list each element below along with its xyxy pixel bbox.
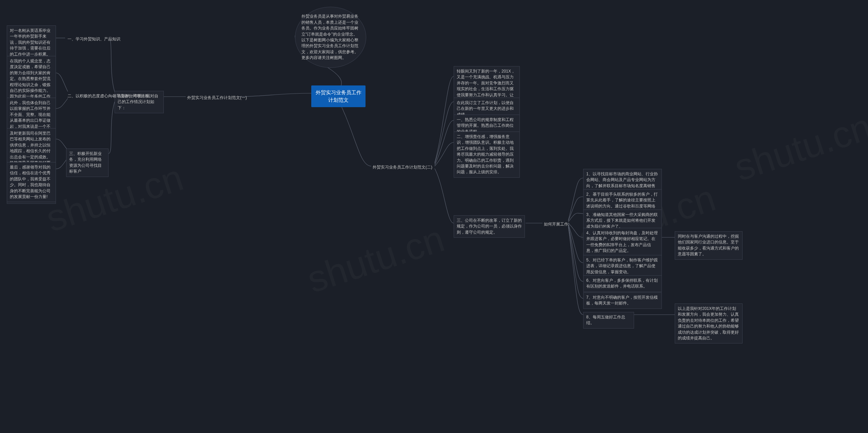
doc1-s3-p2[interactable]: 最后，感谢领导对我的信任，相信在这个优秀的团队中，我将受益不少。同时，我也期待自… (7, 162, 56, 202)
doc2-i4-text: 4、认真对待收到的每封询盘，及时处理并跟进客户，必要时做好相应笔记。在一些免费的… (586, 231, 658, 253)
doc1-s2[interactable]: 二、以积极的态度虚心向领导及各位同事请教 (66, 93, 150, 100)
doc2-i8b[interactable]: 以上是我针对201X年的工作计划和发展方向，我会更加努力、认真负责的去对待本岗位… (675, 303, 743, 343)
root-text: 外贸实习业务员工作计划范文 (316, 90, 361, 103)
doc2-i4[interactable]: 4、认真对待收到的每封询盘，及时处理并跟进客户，必要时做好相应笔记。在一些免费的… (583, 228, 662, 256)
intro-node[interactable]: 外贸业务员是从事对外贸易业务的销售人员，本质上还是一个业务员。作为业务员应始终牢… (295, 7, 366, 68)
doc1-title[interactable]: 外贸实习业务员工作计划范文(一) (186, 94, 248, 101)
doc2-i5-text: 5、对已经下单的客户，制作客户维护跟进表，详细记录跟进信息，了解产品使用反馈信息… (586, 258, 658, 274)
doc1-s1-text: 一、学习外贸知识、产品知识 (67, 37, 120, 41)
doc1-s3[interactable]: 三、积极开拓新业务，充分利用网络资源为公司寻找目标客户 (66, 149, 108, 177)
doc2-i8-text: 8、每周五做好工作总结。 (586, 315, 625, 325)
intro-text: 外贸业务员是从事对外贸易业务的销售人员，本质上还是一个业务员。作为业务员应始终牢… (301, 14, 360, 61)
doc2-i7[interactable]: 7、对意向不明确的客户，按照开发信模板，每两天发一封邮件。 (583, 292, 662, 309)
doc2-i8[interactable]: 8、每周五做好工作总结。 (583, 312, 634, 329)
doc1-s3-p2-text: 最后，感谢领导对我的信任，相信在这个优秀的团队中，我将受益不少。同时，我也期待自… (10, 165, 51, 199)
doc2-i4b[interactable]: 同时在与客户沟通的过程中，挖掘他们国家同行业进口的信息。至于能收获多少，看沟通方… (675, 231, 743, 260)
doc1-s3-text: 三、积极开拓新业务，充分利用网络资源为公司寻找目标客户 (69, 151, 102, 174)
doc1-title-text: 外贸实习业务员工作计划范文(一) (187, 95, 247, 100)
doc2-i4b-text: 同时在与客户沟通的过程中，挖掘他们国家同行业进口的信息。至于能收获多少，看沟通方… (678, 234, 739, 256)
doc2-p4[interactable]: 二、增强责任感，增强服务意识，增强团队意识。积极主动地把工作做到点上，落到实处。… (454, 132, 520, 178)
doc2-s3[interactable]: 三、公司在不断的改革，订立了新的规定，作为公司的一员，必须以身作则，遵守公司的规… (454, 215, 525, 238)
doc2-i3-text: 3、准确知道其他国家一些大采购商的联系方式后，接下来就是如何将他们开发成为我们的… (586, 212, 658, 229)
doc1-s2-text: 二、以积极的态度虚心向领导及各位同事请教 (67, 94, 149, 98)
doc2-i5[interactable]: 5、对已经下单的客户，制作客户维护跟进表，详细记录跟进信息，了解产品使用反馈信息… (583, 255, 662, 277)
doc2-i8b-text: 以上是我针对201X年的工作计划和发展方向，我会更加努力、认真负责的去对待本岗位… (678, 306, 739, 340)
doc2-p4-text: 二、增强责任感，增强服务意识，增强团队意识。积极主动地把工作做到点上，落到实处。… (457, 134, 514, 174)
doc2-s3-text: 三、公司在不断的改革，订立了新的规定，作为公司的一员，必须以身作则，遵守公司的规… (457, 218, 522, 235)
doc2-title[interactable]: 外贸实习业务员工作计划范文(二) (371, 164, 434, 171)
doc2-how-text: 如何开展工作: (544, 222, 569, 227)
doc1-s1[interactable]: 一、学习外贸知识、产品知识 (66, 36, 122, 43)
doc2-i6-text: 6、对意向客户，多多保持联系，有计划有区别的发送邮件，并电话联系。 (586, 278, 658, 289)
doc2-how[interactable]: 如何开展工作: (542, 221, 571, 228)
doc2-title-text: 外贸实习业务员工作计划范文(二) (373, 165, 432, 170)
root-node[interactable]: 外贸实习业务员工作计划范文 (311, 85, 366, 107)
doc2-i6[interactable]: 6、对意向客户，多多保持联系，有计划有区别的发送邮件，并电话联系。 (583, 275, 662, 292)
doc2-i7-text: 7、对意向不明确的客户，按照开发信模板，每两天发一封邮件。 (586, 295, 658, 306)
